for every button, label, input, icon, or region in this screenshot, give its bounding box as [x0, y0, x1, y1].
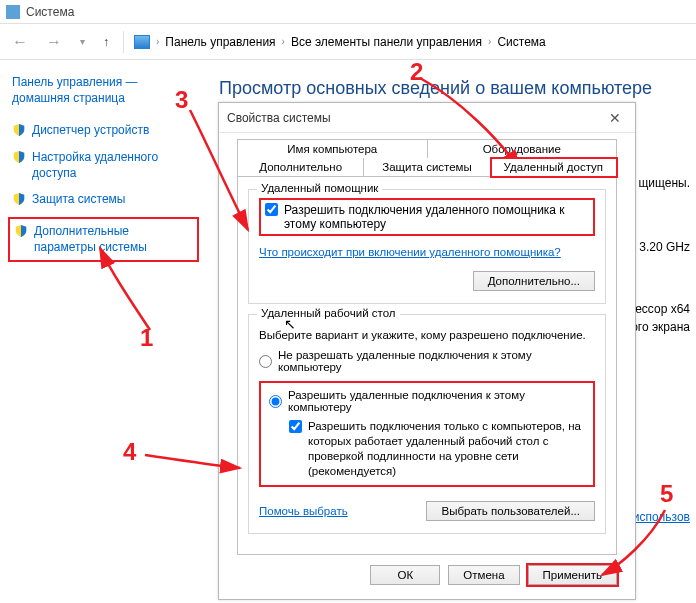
group-remote-desktop: Удаленный рабочий стол Выберите вариант …	[248, 314, 606, 534]
window-title: Система	[26, 5, 74, 19]
tab-panel-remote: Удаленный помощник Разрешить подключения…	[237, 177, 617, 555]
computer-icon	[134, 35, 150, 49]
button-select-users[interactable]: Выбрать пользователей...	[426, 501, 595, 521]
tab-advanced[interactable]: Дополнительно	[237, 158, 364, 177]
link-help-choose[interactable]: Помочь выбрать	[259, 505, 348, 517]
page-title: Просмотр основных сведений о вашем компь…	[219, 78, 686, 99]
sidebar-item-remote-settings[interactable]: Настройка удаленного доступа	[12, 149, 195, 181]
sidebar-item-label[interactable]: Диспетчер устройств	[32, 122, 149, 138]
checkbox-allow-assistance[interactable]	[265, 203, 278, 216]
apply-button[interactable]: Применить	[528, 565, 617, 585]
tabs-row-bottom: Дополнительно Защита системы Удаленный д…	[219, 158, 635, 177]
shield-icon	[12, 192, 26, 206]
highlight-box: Разрешить подключения удаленного помощни…	[259, 198, 595, 236]
radio-option-allow[interactable]: Разрешить удаленные подключения к этому …	[269, 389, 585, 413]
radio-option-none[interactable]: Не разрешать удаленные подключения к это…	[259, 349, 595, 373]
close-icon[interactable]: ✕	[603, 110, 627, 126]
sidebar-item-label[interactable]: Дополнительные параметры системы	[34, 223, 193, 255]
chevron-right-icon: ›	[282, 36, 285, 47]
app-icon	[6, 5, 20, 19]
shield-icon	[12, 150, 26, 164]
hint-text: Выберите вариант и укажите, кому разреше…	[259, 329, 595, 341]
breadcrumb-item[interactable]: Все элементы панели управления	[291, 35, 482, 49]
bg-text: ессор x64	[635, 302, 690, 316]
breadcrumb-item[interactable]: Панель управления	[165, 35, 275, 49]
explorer-navbar: ← → ▾ ↑ › Панель управления › Все элемен…	[0, 24, 696, 60]
ok-button[interactable]: ОК	[370, 565, 440, 585]
sidebar-item-device-manager[interactable]: Диспетчер устройств	[12, 122, 195, 138]
bg-text: щищены.	[638, 176, 690, 190]
group-legend: Удаленный рабочий стол	[257, 307, 400, 319]
dialog-titlebar[interactable]: Свойства системы ✕	[219, 103, 635, 133]
separator	[123, 31, 124, 53]
radio-allow[interactable]	[269, 395, 282, 408]
tab-remote[interactable]: Удаленный доступ	[491, 158, 617, 177]
group-remote-assistance: Удаленный помощник Разрешить подключения…	[248, 189, 606, 304]
back-button[interactable]: ←	[8, 33, 32, 51]
tab-computer-name[interactable]: Имя компьютера	[237, 139, 428, 158]
breadcrumb-item[interactable]: Система	[497, 35, 545, 49]
sidebar: Панель управления — домашняя страница Ди…	[0, 60, 205, 603]
sidebar-item-label[interactable]: Защита системы	[32, 191, 125, 207]
bg-text: 3.20 GHz	[639, 240, 690, 254]
highlight-box: Разрешить удаленные подключения к этому …	[259, 381, 595, 487]
control-panel-home-link[interactable]: Панель управления — домашняя страница	[12, 74, 195, 106]
checkbox-label: Разрешить подключения удаленного помощни…	[284, 203, 589, 231]
window-titlebar: Система	[0, 0, 696, 24]
tab-protection[interactable]: Защита системы	[364, 158, 490, 177]
history-dropdown[interactable]: ▾	[76, 36, 89, 47]
checkbox-label: Разрешить подключения только с компьютер…	[308, 419, 585, 479]
chevron-right-icon: ›	[488, 36, 491, 47]
button-assist-advanced[interactable]: Дополнительно...	[473, 271, 595, 291]
cancel-button[interactable]: Отмена	[448, 565, 519, 585]
tab-hardware[interactable]: Оборудование	[428, 139, 618, 158]
checkbox-nla-row[interactable]: Разрешить подключения только с компьютер…	[289, 419, 585, 479]
radio-none[interactable]	[259, 355, 272, 368]
tabs-row-top: Имя компьютера Оборудование	[219, 133, 635, 158]
dialog-title: Свойства системы	[227, 111, 331, 125]
shield-icon	[12, 123, 26, 137]
shield-icon	[14, 224, 28, 238]
sidebar-item-advanced-system[interactable]: Дополнительные параметры системы	[8, 217, 199, 261]
breadcrumb[interactable]: › Панель управления › Все элементы панел…	[134, 35, 546, 49]
checkbox-nla[interactable]	[289, 420, 302, 433]
link-what-happens[interactable]: Что происходит при включении удаленного …	[259, 246, 561, 258]
group-legend: Удаленный помощник	[257, 182, 382, 194]
sidebar-item-system-protection[interactable]: Защита системы	[12, 191, 195, 207]
sidebar-item-label[interactable]: Настройка удаленного доступа	[32, 149, 195, 181]
chevron-right-icon: ›	[156, 36, 159, 47]
radio-label: Разрешить удаленные подключения к этому …	[288, 389, 585, 413]
dialog-button-row: ОК Отмена Применить	[219, 555, 635, 599]
bg-text: ого экрана	[631, 320, 690, 334]
up-button[interactable]: ↑	[99, 35, 113, 49]
forward-button[interactable]: →	[42, 33, 66, 51]
system-properties-dialog: Свойства системы ✕ Имя компьютера Оборуд…	[218, 102, 636, 600]
radio-label: Не разрешать удаленные подключения к это…	[278, 349, 595, 373]
